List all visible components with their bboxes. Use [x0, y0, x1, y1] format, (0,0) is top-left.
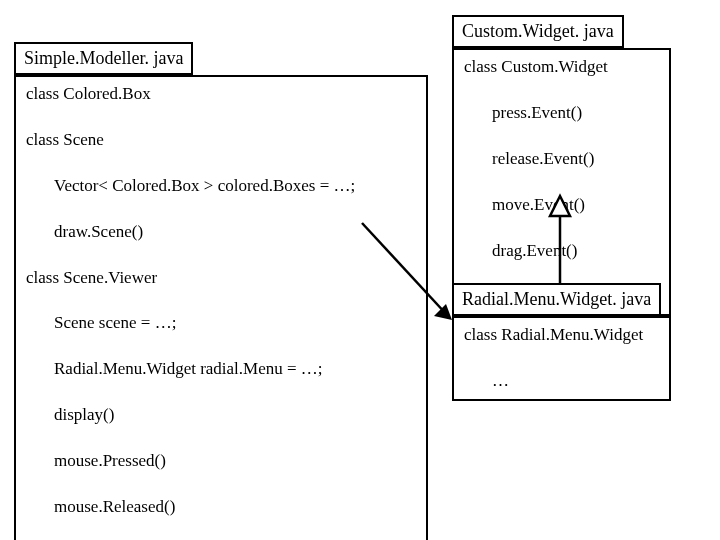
- code-line: Scene scene = …;: [26, 312, 416, 335]
- title-text: Radial.Menu.Widget. java: [462, 289, 651, 309]
- title-text: Custom.Widget. java: [462, 21, 614, 41]
- code-line: class Radial.Menu.Widget: [464, 324, 659, 347]
- code-line: move.Event(): [464, 194, 659, 217]
- code-line: release.Event(): [464, 148, 659, 171]
- code-line: Radial.Menu.Widget radial.Menu = …;: [26, 358, 416, 381]
- svg-marker-3: [434, 304, 452, 320]
- code-line: drag.Event(): [464, 240, 659, 263]
- radial-menu-widget-title: Radial.Menu.Widget. java: [452, 283, 661, 316]
- code-line: …: [464, 370, 659, 393]
- code-line: mouse.Released(): [26, 496, 416, 519]
- title-text: Simple.Modeller. java: [24, 48, 183, 68]
- simple-modeller-title: Simple.Modeller. java: [14, 42, 193, 75]
- code-line: Vector< Colored.Box > colored.Boxes = …;: [26, 175, 416, 198]
- radial-menu-widget-body: class Radial.Menu.Widget…: [452, 316, 671, 401]
- code-line: press.Event(): [464, 102, 659, 125]
- code-line: class Custom.Widget: [464, 56, 659, 79]
- code-line: display(): [26, 404, 416, 427]
- custom-widget-body: class Custom.Widgetpress.Event()release.…: [452, 48, 671, 316]
- simple-modeller-body: class Colored.Boxclass SceneVector< Colo…: [14, 75, 428, 540]
- code-line: class Scene.Viewer: [26, 267, 416, 290]
- code-line: class Scene: [26, 129, 416, 152]
- code-line: mouse.Pressed(): [26, 450, 416, 473]
- code-line: class Colored.Box: [26, 83, 416, 106]
- code-line: draw.Scene(): [26, 221, 416, 244]
- custom-widget-title: Custom.Widget. java: [452, 15, 624, 48]
